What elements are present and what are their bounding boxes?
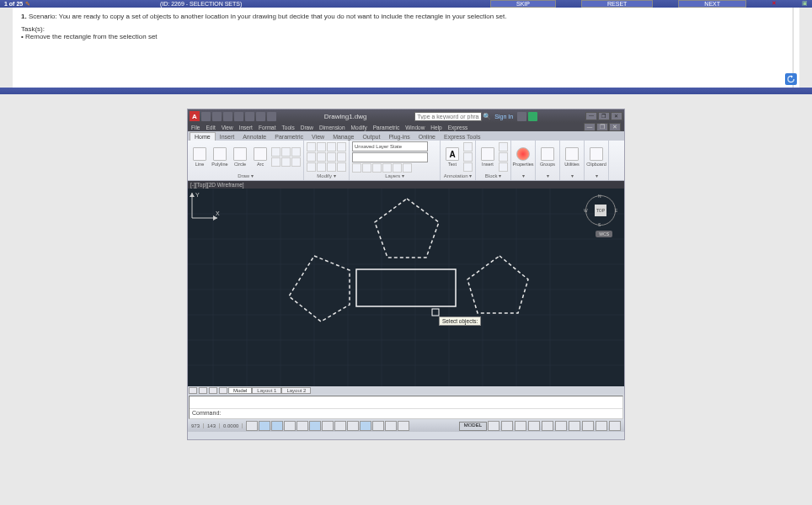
tab-online[interactable]: Online	[414, 133, 440, 141]
draw-small-tool[interactable]	[281, 147, 291, 157]
layer-tool[interactable]	[372, 163, 382, 173]
autocad-logo-icon[interactable]: A	[190, 111, 200, 121]
group-label-utilities[interactable]: ▾	[563, 173, 581, 179]
modify-tool[interactable]	[317, 152, 326, 162]
menu-view[interactable]: View	[222, 125, 233, 130]
layer-tool[interactable]	[382, 163, 392, 173]
minimize-button[interactable]: —	[585, 112, 597, 120]
layer-tool[interactable]	[352, 163, 361, 173]
nav-first-icon[interactable]	[189, 387, 197, 394]
block-tool[interactable]	[499, 162, 508, 172]
reset-button[interactable]: RESET	[581, 0, 653, 8]
tab-plugins[interactable]: Plug-ins	[384, 133, 414, 141]
status-toggle[interactable]	[246, 421, 258, 431]
layout-tab-1[interactable]: Layout 1	[252, 387, 281, 394]
layer-state-dropdown[interactable]: Unsaved Layer State	[352, 141, 428, 152]
menu-tools[interactable]: Tools	[282, 125, 295, 130]
modify-tool[interactable]	[307, 162, 316, 172]
modify-tool[interactable]	[337, 162, 346, 172]
viewcube-face[interactable]: TOP	[595, 205, 606, 216]
viewcube-w[interactable]: W	[584, 208, 588, 213]
qat-plot-icon[interactable]	[245, 112, 254, 121]
tab-output[interactable]: Output	[358, 133, 384, 141]
qat-saveas-icon[interactable]	[234, 112, 243, 121]
close-button[interactable]: ✕	[611, 112, 622, 120]
tool-line[interactable]: Line	[190, 147, 209, 167]
menu-parametric[interactable]: Parametric	[373, 125, 399, 130]
tool-polyline[interactable]: Polyline	[211, 147, 229, 167]
draw-small-tool[interactable]	[281, 157, 291, 167]
skip-button[interactable]: SKIP	[490, 0, 556, 8]
viewcube[interactable]: TOP N S E W	[584, 194, 617, 227]
tab-annotate[interactable]: Annotate	[238, 133, 270, 141]
tab-express-tools[interactable]: Express Tools	[440, 133, 484, 141]
viewcube-n[interactable]: N	[598, 194, 601, 199]
viewcube-s[interactable]: S	[598, 222, 601, 227]
status-right-toggle[interactable]	[488, 421, 499, 431]
modify-tool[interactable]	[317, 142, 326, 152]
close-icon[interactable]: ✕	[772, 0, 777, 8]
tool-insert[interactable]: Insert	[478, 147, 497, 167]
draw-small-tool[interactable]	[271, 147, 280, 157]
layer-dropdown[interactable]	[352, 152, 428, 162]
drawing-canvas[interactable]: Select objects: TOP N S E W WCS Y X	[188, 189, 624, 386]
block-tool[interactable]	[499, 152, 508, 162]
viewcube-e[interactable]: E	[615, 208, 617, 213]
status-right-toggle[interactable]	[596, 421, 607, 431]
qat-new-icon[interactable]	[201, 112, 211, 121]
status-toggle[interactable]	[284, 421, 296, 431]
status-toggle[interactable]	[309, 421, 321, 431]
layer-tool[interactable]	[393, 163, 402, 173]
status-toggle[interactable]	[398, 421, 409, 431]
group-label-block[interactable]: Block ▾	[478, 173, 508, 179]
menu-modify[interactable]: Modify	[351, 125, 367, 130]
status-toggle[interactable]	[259, 421, 270, 431]
search-icon[interactable]: 🔍	[483, 113, 491, 120]
tab-insert[interactable]: Insert	[216, 133, 239, 141]
group-label-groups[interactable]: ▾	[538, 173, 557, 179]
qat-undo-icon[interactable]	[256, 112, 265, 121]
menu-file[interactable]: File	[191, 125, 200, 130]
nav-last-icon[interactable]	[219, 387, 227, 394]
layout-tab-model[interactable]: Model	[228, 387, 252, 394]
tab-manage[interactable]: Manage	[329, 133, 358, 141]
menu-draw[interactable]: Draw	[301, 125, 313, 130]
status-right-toggle[interactable]	[569, 421, 580, 431]
modify-tool[interactable]	[337, 142, 346, 152]
tool-circle[interactable]: Circle	[231, 147, 249, 167]
menu-insert[interactable]: Insert	[239, 125, 253, 130]
doc-restore-button[interactable]: ❐	[596, 123, 608, 131]
modify-tool[interactable]	[327, 152, 336, 162]
group-label-layers[interactable]: Layers ▾	[352, 173, 437, 179]
status-toggle[interactable]	[296, 421, 308, 431]
status-model-button[interactable]: MODEL	[459, 422, 487, 431]
tool-utilities[interactable]: Utilities	[563, 147, 581, 167]
menu-edit[interactable]: Edit	[206, 125, 215, 130]
modify-tool[interactable]	[327, 142, 336, 152]
edit-icon[interactable]: ✎	[25, 1, 30, 8]
modify-tool[interactable]	[307, 142, 316, 152]
group-label-modify[interactable]: Modify ▾	[307, 173, 346, 179]
tab-parametric[interactable]: Parametric	[270, 133, 307, 141]
viewport-label[interactable]: [-][Top][2D Wireframe]	[188, 181, 624, 189]
doc-close-button[interactable]: ✕	[609, 123, 621, 131]
status-right-toggle[interactable]	[582, 421, 594, 431]
group-label-clipboard[interactable]: ▾	[587, 173, 606, 179]
modify-tool[interactable]	[307, 152, 316, 162]
menu-format[interactable]: Format	[259, 125, 276, 130]
menu-dimension[interactable]: Dimension	[319, 125, 345, 130]
layer-tool[interactable]	[403, 163, 412, 173]
layer-tool[interactable]	[362, 163, 371, 173]
tool-groups[interactable]: Groups	[538, 147, 557, 167]
menu-express[interactable]: Express	[448, 125, 467, 130]
tool-text[interactable]: AText	[443, 147, 462, 167]
status-toggle[interactable]	[372, 421, 384, 431]
status-right-toggle[interactable]	[542, 421, 553, 431]
nav-next-icon[interactable]	[209, 387, 217, 394]
modify-tool[interactable]	[317, 162, 326, 172]
status-right-toggle[interactable]	[515, 421, 526, 431]
nav-prev-icon[interactable]	[199, 387, 207, 394]
status-toggle[interactable]	[271, 421, 283, 431]
block-tool[interactable]	[499, 142, 508, 152]
tool-clipboard[interactable]: Clipboard	[587, 147, 606, 167]
